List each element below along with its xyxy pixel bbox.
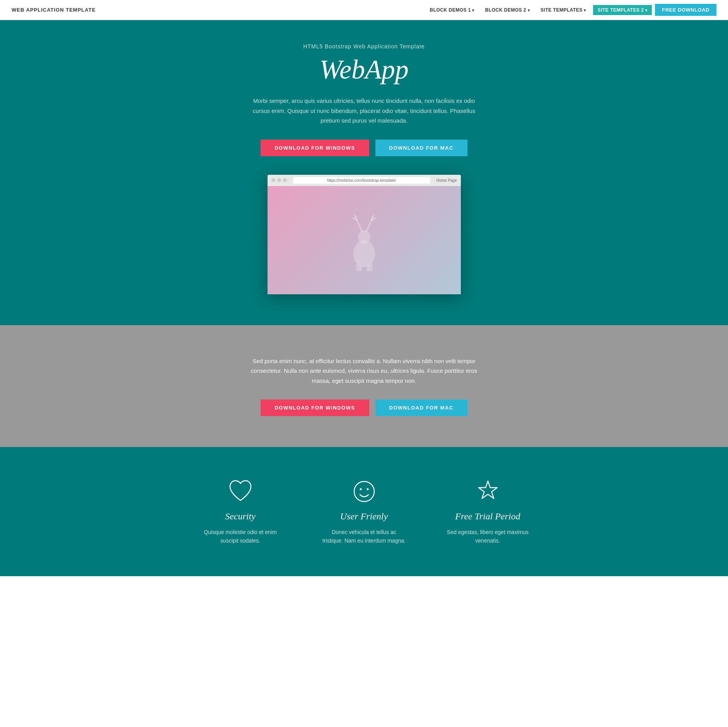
browser-mockup: https://mobirise.com/bootstrap-template/… [268, 175, 461, 294]
browser-dot-1 [271, 178, 275, 182]
svg-point-7 [360, 488, 361, 490]
browser-dot-3 [283, 178, 287, 182]
svg-rect-5 [370, 263, 373, 271]
svg-rect-4 [356, 263, 359, 271]
deer-icon [341, 209, 387, 271]
hero-section: HTML5 Bootstrap Web Application Template… [0, 20, 728, 325]
free-trial-title: Free Trial Period [455, 511, 520, 522]
svg-rect-3 [367, 265, 370, 271]
feature-user-friendly: User Frienly Donec vehicula et tellus ac… [322, 478, 407, 545]
hero-download-windows-button[interactable]: DOWNLOAD FOR WINDOWS [261, 140, 369, 156]
hero-buttons: DOWNLOAD FOR WINDOWS DOWNLOAD FOR MAC [8, 140, 720, 156]
security-description: Quisque molestie odio et enim suscipit s… [198, 528, 283, 545]
features-section: Security Quisque molestie odio et enim s… [0, 447, 728, 576]
nav-block-demos-1[interactable]: BLOCK DEMOS 1 [426, 5, 478, 15]
gray-download-windows-button[interactable]: DOWNLOAD FOR WINDOWS [261, 399, 369, 416]
heart-icon [227, 478, 254, 505]
navbar-brand: WEB APPLICATION TEMPLATE [12, 7, 95, 13]
user-friendly-title: User Frienly [340, 511, 388, 522]
features-grid: Security Quisque molestie odio et enim s… [190, 478, 538, 545]
security-title: Security [225, 511, 256, 522]
user-friendly-description: Donec vehicula et tellus ac tristique. N… [322, 528, 407, 545]
svg-point-8 [367, 488, 368, 490]
feature-security: Security Quisque molestie odio et enim s… [198, 478, 283, 545]
svg-marker-9 [479, 481, 497, 498]
hero-subtitle: HTML5 Bootstrap Web Application Template [8, 43, 720, 49]
nav-site-templates[interactable]: SITE TEMPLATES [537, 5, 590, 15]
gray-section: Sed porta enim nunc, at efficitur lectus… [0, 325, 728, 447]
nav-block-demos-2[interactable]: BLOCK DEMOS 2 [481, 5, 534, 15]
svg-rect-2 [358, 265, 361, 271]
feature-free-trial: Free Trial Period Sed egestas, libero eg… [445, 478, 530, 545]
star-icon [474, 478, 501, 505]
hero-title: WebApp [8, 54, 720, 85]
hero-download-mac-button[interactable]: DOWNLOAD FOR MAC [375, 140, 467, 156]
browser-address-bar: https://mobirise.com/bootstrap-template/ [293, 177, 430, 184]
smiley-icon [351, 478, 378, 505]
gray-buttons: DOWNLOAD FOR WINDOWS DOWNLOAD FOR MAC [8, 399, 720, 416]
browser-dots [271, 178, 287, 182]
nav-site-templates-2[interactable]: SITE TEMPLATES 2 [593, 5, 652, 15]
navbar: WEB APPLICATION TEMPLATE BLOCK DEMOS 1 B… [0, 0, 728, 20]
browser-toolbar: https://mobirise.com/bootstrap-template/… [268, 175, 461, 186]
browser-content [268, 186, 461, 294]
free-trial-description: Sed egestas, libero eget maximus venenat… [445, 528, 530, 545]
free-download-button[interactable]: FREE DOWNLOAD [655, 4, 716, 16]
hero-description: Morbi semper, arcu quis varius ultricies… [248, 96, 480, 126]
svg-point-1 [353, 240, 375, 267]
svg-point-6 [354, 481, 374, 502]
browser-dot-2 [277, 178, 281, 182]
navbar-right: BLOCK DEMOS 1 BLOCK DEMOS 2 SITE TEMPLAT… [426, 4, 716, 16]
browser-home-label: Home Page [436, 178, 457, 183]
gray-section-description: Sed porta enim nunc, at efficitur lectus… [244, 356, 484, 386]
gray-download-mac-button[interactable]: DOWNLOAD FOR MAC [375, 399, 467, 416]
